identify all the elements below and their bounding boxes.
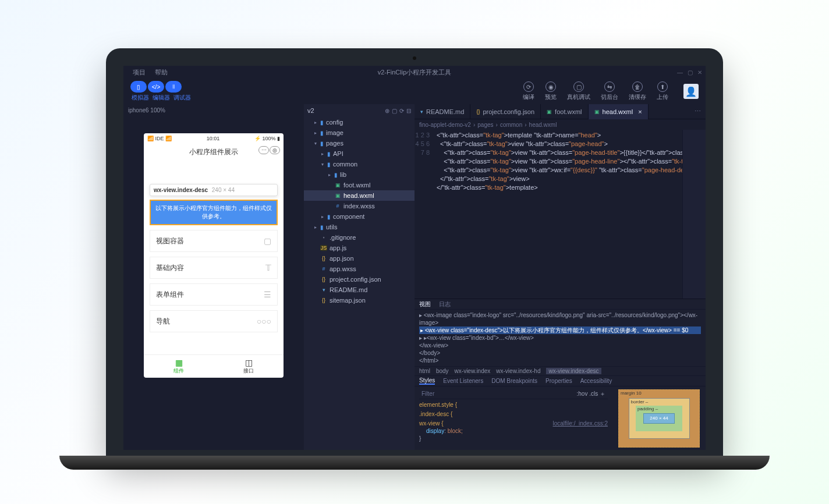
phone-canvas: 📶 IDE 📶 10:01 ⚡ 100% ▮ 小程序组件展示 ⋯ ◎ wx-vi… — [144, 133, 284, 378]
phone-tab-组件[interactable]: ▦组件 — [144, 355, 214, 378]
mode-buttons: ▯ </> ⫴ — [130, 81, 191, 93]
folder-image[interactable]: ▸▮image — [304, 127, 414, 138]
phone-tabbar: ▦组件◫接口 — [144, 354, 284, 378]
toolbar-上传[interactable]: ⬆上传 — [657, 81, 668, 101]
phone-statusbar: 📶 IDE 📶 10:01 ⚡ 100% ▮ — [144, 133, 284, 144]
styles-tab-Accessibility[interactable]: Accessibility — [580, 378, 612, 384]
file-head.wxml[interactable]: ▣head.wxml — [304, 190, 414, 201]
capsule-close-icon[interactable]: ◎ — [270, 146, 280, 154]
list-item[interactable]: 表单组件☰ — [150, 283, 278, 306]
dom-crumb-item[interactable]: wx-view.index-hd — [496, 368, 540, 374]
component-list: 视图容器▢基础内容𝕋表单组件☰导航○○○ — [144, 225, 284, 332]
capsule-menu-icon[interactable]: ⋯ — [258, 146, 269, 154]
file-README.md[interactable]: ▾README.md — [304, 285, 414, 295]
tab-head.wxml[interactable]: ▣head.wxml× — [589, 104, 649, 119]
css-rules[interactable]: Filter :hov .cls ＋ element.style {.index… — [414, 386, 612, 450]
crumb-head.wxml[interactable]: head.wxml — [529, 122, 557, 128]
line-gutter: 1 2 3 4 5 6 7 8 — [414, 130, 434, 299]
phone-tab-接口[interactable]: ◫接口 — [214, 355, 284, 378]
menu-help[interactable]: 帮助 — [150, 68, 172, 77]
dom-tree[interactable]: ▸ <wx-image class="index-logo" src="../r… — [414, 310, 706, 367]
styles-tab-EventListeners[interactable]: Event Listeners — [443, 378, 483, 384]
toolbar-预览[interactable]: ◉预览 — [545, 81, 557, 101]
dt-tab-view[interactable]: 视图 — [419, 300, 431, 308]
status-battery: ⚡ 100% ▮ — [254, 136, 280, 141]
tab-project.config.json[interactable]: {}project.config.json — [470, 104, 541, 119]
dom-crumb-item[interactable]: wx-view.index — [455, 368, 491, 374]
styles-filter[interactable]: Filter — [421, 390, 434, 397]
folder-common[interactable]: ▾▮common — [304, 159, 414, 169]
box-border-label: border – — [631, 399, 649, 404]
tab-overflow-icon[interactable]: ⋯ — [690, 108, 706, 115]
window-title: v2-FinClip小程序开发工具 — [378, 68, 452, 77]
laptop-frame: 项目 帮助 v2-FinClip小程序开发工具 — ▢ ✕ ▯ </> ⫴ 模拟… — [106, 48, 723, 456]
simulator-panel: iphone6 100% 📶 IDE 📶 10:01 ⚡ 100% ▮ 小程序组… — [123, 104, 304, 450]
folder-pages[interactable]: ▾▮pages — [304, 138, 414, 148]
box-margin-label: margin 10 — [621, 391, 642, 396]
minimap[interactable] — [682, 130, 706, 299]
toolbar-切后台[interactable]: ⇆切后台 — [601, 81, 618, 101]
status-time: 10:01 — [207, 136, 220, 141]
list-item[interactable]: 视图容器▢ — [150, 230, 278, 252]
file-sitemap.json[interactable]: {}sitemap.json — [304, 295, 414, 306]
list-item[interactable]: 导航○○○ — [150, 310, 278, 332]
file-index.wxss[interactable]: #index.wxss — [304, 201, 414, 211]
tooltip-dimensions: 240 × 44 — [212, 187, 235, 193]
dom-crumb-item[interactable]: body — [436, 368, 449, 374]
folder-lib[interactable]: ▸▮lib — [304, 169, 414, 180]
status-signal: 📶 IDE 📶 — [147, 136, 172, 141]
mode-label-debug: 调试器 — [173, 94, 191, 102]
folder-utils[interactable]: ▸▮utils — [304, 222, 414, 232]
minimize-icon[interactable]: — — [677, 69, 683, 76]
file-app.json[interactable]: {}app.json — [304, 253, 414, 264]
close-icon[interactable]: ✕ — [697, 69, 702, 76]
styles-tab-Properties[interactable]: Properties — [545, 378, 572, 384]
editor-tabs: ▾README.md{}project.config.json▣foot.wxm… — [414, 104, 706, 119]
tab-foot.wxml[interactable]: ▣foot.wxml — [541, 104, 588, 119]
mode-editor-icon[interactable]: </> — [148, 81, 164, 93]
maximize-icon[interactable]: ▢ — [688, 69, 693, 76]
new-file-icon[interactable]: ⊕ — [385, 108, 389, 114]
toolbar-actions: ⟳编译◉预览▢真机调试⇆切后台🗑清缓存⬆上传👤 — [523, 81, 699, 101]
toolbar-清缓存[interactable]: 🗑清缓存 — [629, 81, 646, 101]
toolbar-编译[interactable]: ⟳编译 — [523, 81, 534, 101]
file-.gitignore[interactable]: ◦.gitignore — [304, 232, 414, 243]
file-app.wxss[interactable]: #app.wxss — [304, 264, 414, 274]
crumb-pages[interactable]: pages — [477, 122, 493, 128]
list-item[interactable]: 基础内容𝕋 — [150, 257, 278, 279]
folder-config[interactable]: ▸▮config — [304, 117, 414, 127]
dom-crumb-item[interactable]: wx-view.index-desc — [546, 368, 601, 374]
menu-project[interactable]: 项目 — [128, 68, 150, 77]
styles-tab-Styles[interactable]: Styles — [419, 377, 435, 385]
refresh-icon[interactable]: ⟳ — [399, 108, 404, 114]
crumb-common[interactable]: common — [500, 122, 522, 128]
mode-debugger-icon[interactable]: ⫴ — [165, 81, 182, 93]
mode-labels: 模拟器 编辑器 调试器 — [132, 94, 191, 102]
file-foot.wxml[interactable]: ▣foot.wxml — [304, 180, 414, 190]
file-project.config.json[interactable]: {}project.config.json — [304, 274, 414, 285]
user-avatar[interactable]: 👤 — [683, 84, 699, 99]
code-content[interactable]: <"tk-attr">class="tk-tag">template "tk-a… — [434, 130, 682, 299]
highlighted-element[interactable]: 以下将展示小程序官方组件能力，组件样式仅供参考。 — [150, 200, 278, 225]
styles-hov-cls[interactable]: :hov .cls ＋ — [577, 390, 605, 397]
styles-tab-DOMBreakpoints[interactable]: DOM Breakpoints — [491, 378, 537, 384]
collapse-icon[interactable]: ⊟ — [406, 108, 411, 114]
crumb-fino-applet-demo-v2[interactable]: fino-applet-demo-v2 — [419, 122, 471, 128]
dt-tab-log[interactable]: 日志 — [439, 300, 451, 308]
dom-crumb-item[interactable]: html — [419, 368, 430, 374]
body: iphone6 100% 📶 IDE 📶 10:01 ⚡ 100% ▮ 小程序组… — [123, 104, 706, 450]
tab-README.md[interactable]: ▾README.md — [414, 104, 470, 119]
folder-API[interactable]: ▸▮API — [304, 148, 414, 159]
mode-label-edit: 编辑器 — [153, 94, 170, 102]
phone-title-text: 小程序组件展示 — [189, 148, 238, 156]
app-window: 项目 帮助 v2-FinClip小程序开发工具 — ▢ ✕ ▯ </> ⫴ 模拟… — [123, 66, 706, 450]
file-app.js[interactable]: JSapp.js — [304, 243, 414, 253]
mode-simulator-icon[interactable]: ▯ — [130, 81, 147, 93]
tooltip-selector: wx-view.index-desc — [154, 187, 208, 193]
explorer-root-label: v2 — [307, 107, 314, 114]
folder-component[interactable]: ▸▮component — [304, 211, 414, 222]
toolbar-真机调试[interactable]: ▢真机调试 — [567, 81, 590, 101]
new-folder-icon[interactable]: ▢ — [392, 108, 397, 114]
styles-panel: Filter :hov .cls ＋ element.style {.index… — [414, 386, 706, 450]
code-editor[interactable]: 1 2 3 4 5 6 7 8 <"tk-attr">class="tk-tag… — [414, 130, 706, 299]
